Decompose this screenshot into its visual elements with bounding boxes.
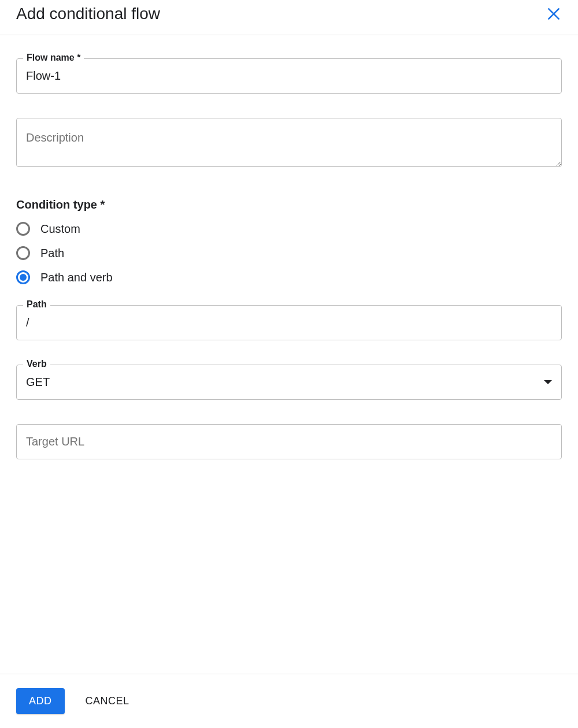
verb-field: Verb GET: [16, 365, 562, 400]
dialog-body: Flow name * Condition type * Custom Path…: [0, 35, 578, 674]
close-button[interactable]: [543, 3, 564, 24]
dialog-header: Add conditional flow: [0, 0, 578, 35]
description-input[interactable]: [16, 118, 562, 167]
radio-option-custom[interactable]: Custom: [16, 222, 562, 236]
close-icon: [546, 6, 561, 21]
radio-label-path-and-verb: Path and verb: [40, 271, 113, 284]
radio-icon: [16, 222, 30, 236]
path-field: Path: [16, 305, 562, 340]
flow-name-field: Flow name *: [16, 58, 562, 94]
description-field: [16, 118, 562, 169]
path-label: Path: [23, 299, 50, 310]
verb-select[interactable]: GET: [16, 365, 562, 400]
condition-type-label: Condition type *: [16, 198, 562, 211]
dialog-footer: ADD CANCEL: [0, 674, 578, 728]
target-url-field: [16, 424, 562, 459]
path-input[interactable]: [16, 305, 562, 340]
radio-option-path[interactable]: Path: [16, 246, 562, 260]
radio-label-custom: Custom: [40, 222, 80, 236]
target-url-input[interactable]: [16, 424, 562, 459]
add-button[interactable]: ADD: [16, 688, 65, 714]
dialog-title: Add conditional flow: [16, 5, 160, 23]
radio-option-path-and-verb[interactable]: Path and verb: [16, 270, 562, 284]
flow-name-input[interactable]: [16, 58, 562, 94]
radio-icon-selected: [16, 270, 30, 284]
chevron-down-icon: [544, 380, 552, 384]
flow-name-label: Flow name *: [23, 53, 84, 63]
radio-label-path: Path: [40, 247, 64, 260]
verb-value: GET: [26, 376, 50, 389]
verb-label: Verb: [23, 359, 50, 369]
condition-type-radio-group: Custom Path Path and verb: [16, 222, 562, 284]
cancel-button[interactable]: CANCEL: [86, 695, 129, 707]
radio-icon: [16, 246, 30, 260]
